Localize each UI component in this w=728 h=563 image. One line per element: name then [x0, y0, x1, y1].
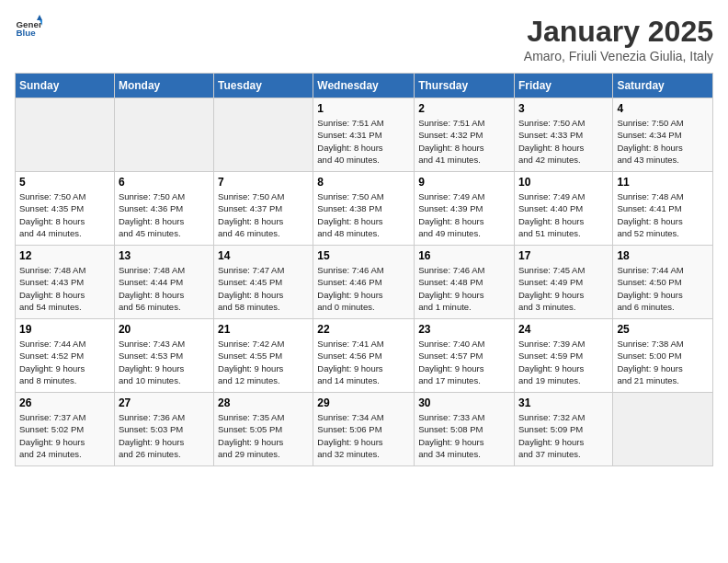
day-info-w3-d4: Sunrise: 7:40 AM Sunset: 4:57 PM Dayligh… — [418, 338, 510, 386]
cell-w2-d0: 12Sunrise: 7:48 AM Sunset: 4:43 PM Dayli… — [16, 246, 115, 319]
day-info-w4-d5: Sunrise: 7:32 AM Sunset: 5:09 PM Dayligh… — [518, 411, 609, 460]
day-info-w3-d1: Sunrise: 7:43 AM Sunset: 4:53 PM Dayligh… — [119, 338, 210, 386]
day-info-w4-d2: Sunrise: 7:35 AM Sunset: 5:05 PM Dayligh… — [218, 411, 309, 460]
day-number-w3-d3: 22 — [317, 323, 410, 336]
day-number-w1-d6: 11 — [617, 176, 709, 189]
day-number-w3-d2: 21 — [218, 323, 309, 336]
logo: General Blue — [15, 15, 42, 42]
day-number-w0-d6: 4 — [617, 102, 709, 115]
calendar-table: Sunday Monday Tuesday Wednesday Thursday… — [15, 73, 713, 466]
cell-w1-d3: 8Sunrise: 7:50 AM Sunset: 4:38 PM Daylig… — [313, 172, 415, 246]
cell-w2-d1: 13Sunrise: 7:48 AM Sunset: 4:44 PM Dayli… — [114, 246, 213, 319]
cell-w3-d3: 22Sunrise: 7:41 AM Sunset: 4:56 PM Dayli… — [313, 319, 415, 393]
day-number-w1-d0: 5 — [19, 176, 110, 189]
day-number-w4-d3: 29 — [317, 396, 410, 409]
day-number-w3-d6: 25 — [617, 323, 709, 336]
cell-w1-d0: 5Sunrise: 7:50 AM Sunset: 4:35 PM Daylig… — [16, 172, 115, 246]
calendar-subtitle: Amaro, Friuli Venezia Giulia, Italy — [524, 49, 713, 63]
day-number-w3-d5: 24 — [518, 323, 609, 336]
day-info-w1-d1: Sunrise: 7:50 AM Sunset: 4:36 PM Dayligh… — [119, 190, 210, 239]
day-info-w4-d1: Sunrise: 7:36 AM Sunset: 5:03 PM Dayligh… — [119, 411, 210, 460]
day-number-w4-d4: 30 — [418, 396, 510, 409]
cell-w0-d0 — [16, 98, 115, 172]
day-info-w4-d3: Sunrise: 7:34 AM Sunset: 5:06 PM Dayligh… — [317, 411, 410, 460]
day-info-w2-d6: Sunrise: 7:44 AM Sunset: 4:50 PM Dayligh… — [617, 264, 709, 313]
day-info-w2-d5: Sunrise: 7:45 AM Sunset: 4:49 PM Dayligh… — [518, 264, 609, 313]
header-wednesday: Wednesday — [313, 74, 415, 98]
cell-w2-d4: 16Sunrise: 7:46 AM Sunset: 4:48 PM Dayli… — [415, 246, 515, 319]
calendar-header: Sunday Monday Tuesday Wednesday Thursday… — [16, 74, 713, 98]
day-number-w4-d5: 31 — [518, 396, 609, 409]
day-info-w0-d3: Sunrise: 7:51 AM Sunset: 4:31 PM Dayligh… — [317, 117, 410, 166]
day-number-w3-d1: 20 — [119, 323, 210, 336]
week-row-1: 5Sunrise: 7:50 AM Sunset: 4:35 PM Daylig… — [16, 172, 713, 246]
day-number-w2-d4: 16 — [418, 249, 510, 262]
cell-w0-d3: 1Sunrise: 7:51 AM Sunset: 4:31 PM Daylig… — [313, 98, 415, 172]
week-row-4: 26Sunrise: 7:37 AM Sunset: 5:02 PM Dayli… — [16, 393, 713, 466]
cell-w0-d6: 4Sunrise: 7:50 AM Sunset: 4:34 PM Daylig… — [613, 98, 713, 172]
cell-w3-d5: 24Sunrise: 7:39 AM Sunset: 4:59 PM Dayli… — [514, 319, 612, 393]
day-info-w0-d5: Sunrise: 7:50 AM Sunset: 4:33 PM Dayligh… — [518, 117, 609, 166]
day-info-w1-d5: Sunrise: 7:49 AM Sunset: 4:40 PM Dayligh… — [518, 190, 609, 239]
header: General Blue January 2025 Amaro, Friuli … — [15, 15, 713, 63]
day-number-w2-d6: 18 — [617, 249, 709, 262]
calendar-title: January 2025 — [524, 15, 713, 49]
day-number-w2-d5: 17 — [518, 249, 609, 262]
cell-w3-d6: 25Sunrise: 7:38 AM Sunset: 5:00 PM Dayli… — [613, 319, 713, 393]
cell-w3-d4: 23Sunrise: 7:40 AM Sunset: 4:57 PM Dayli… — [415, 319, 515, 393]
cell-w4-d0: 26Sunrise: 7:37 AM Sunset: 5:02 PM Dayli… — [16, 393, 115, 466]
cell-w2-d3: 15Sunrise: 7:46 AM Sunset: 4:46 PM Dayli… — [313, 246, 415, 319]
day-number-w3-d4: 23 — [418, 323, 510, 336]
day-number-w2-d3: 15 — [317, 249, 410, 262]
day-number-w4-d2: 28 — [218, 396, 309, 409]
cell-w1-d4: 9Sunrise: 7:49 AM Sunset: 4:39 PM Daylig… — [415, 172, 515, 246]
cell-w1-d2: 7Sunrise: 7:50 AM Sunset: 4:37 PM Daylig… — [214, 172, 313, 246]
header-saturday: Saturday — [613, 74, 713, 98]
cell-w3-d1: 20Sunrise: 7:43 AM Sunset: 4:53 PM Dayli… — [114, 319, 213, 393]
day-number-w4-d1: 27 — [119, 396, 210, 409]
day-number-w3-d0: 19 — [19, 323, 110, 336]
cell-w0-d4: 2Sunrise: 7:51 AM Sunset: 4:32 PM Daylig… — [415, 98, 515, 172]
day-number-w2-d2: 14 — [218, 249, 309, 262]
cell-w0-d2 — [214, 98, 313, 172]
svg-text:Blue: Blue — [17, 28, 37, 38]
cell-w4-d2: 28Sunrise: 7:35 AM Sunset: 5:05 PM Dayli… — [214, 393, 313, 466]
day-info-w1-d0: Sunrise: 7:50 AM Sunset: 4:35 PM Dayligh… — [19, 190, 110, 239]
day-info-w1-d2: Sunrise: 7:50 AM Sunset: 4:37 PM Dayligh… — [218, 190, 309, 239]
header-thursday: Thursday — [415, 74, 515, 98]
svg-marker-2 — [37, 15, 42, 20]
cell-w4-d6 — [613, 393, 713, 466]
week-row-3: 19Sunrise: 7:44 AM Sunset: 4:52 PM Dayli… — [16, 319, 713, 393]
day-number-w0-d5: 3 — [518, 102, 609, 115]
day-number-w1-d5: 10 — [518, 176, 609, 189]
day-info-w3-d6: Sunrise: 7:38 AM Sunset: 5:00 PM Dayligh… — [617, 338, 709, 386]
day-info-w3-d0: Sunrise: 7:44 AM Sunset: 4:52 PM Dayligh… — [19, 338, 110, 386]
day-info-w3-d5: Sunrise: 7:39 AM Sunset: 4:59 PM Dayligh… — [518, 338, 609, 386]
cell-w3-d0: 19Sunrise: 7:44 AM Sunset: 4:52 PM Dayli… — [16, 319, 115, 393]
logo-icon: General Blue — [15, 15, 42, 42]
day-info-w4-d0: Sunrise: 7:37 AM Sunset: 5:02 PM Dayligh… — [19, 411, 110, 460]
week-row-0: 1Sunrise: 7:51 AM Sunset: 4:31 PM Daylig… — [16, 98, 713, 172]
day-number-w1-d4: 9 — [418, 176, 510, 189]
header-monday: Monday — [114, 74, 213, 98]
cell-w4-d4: 30Sunrise: 7:33 AM Sunset: 5:08 PM Dayli… — [415, 393, 515, 466]
cell-w4-d5: 31Sunrise: 7:32 AM Sunset: 5:09 PM Dayli… — [514, 393, 612, 466]
header-tuesday: Tuesday — [214, 74, 313, 98]
week-row-2: 12Sunrise: 7:48 AM Sunset: 4:43 PM Dayli… — [16, 246, 713, 319]
day-info-w0-d4: Sunrise: 7:51 AM Sunset: 4:32 PM Dayligh… — [418, 117, 510, 166]
day-number-w1-d1: 6 — [119, 176, 210, 189]
day-number-w1-d3: 8 — [317, 176, 410, 189]
day-number-w2-d1: 13 — [119, 249, 210, 262]
cell-w4-d3: 29Sunrise: 7:34 AM Sunset: 5:06 PM Dayli… — [313, 393, 415, 466]
day-info-w0-d6: Sunrise: 7:50 AM Sunset: 4:34 PM Dayligh… — [617, 117, 709, 166]
day-info-w1-d6: Sunrise: 7:48 AM Sunset: 4:41 PM Dayligh… — [617, 190, 709, 239]
cell-w2-d5: 17Sunrise: 7:45 AM Sunset: 4:49 PM Dayli… — [514, 246, 612, 319]
header-sunday: Sunday — [16, 74, 115, 98]
cell-w1-d5: 10Sunrise: 7:49 AM Sunset: 4:40 PM Dayli… — [514, 172, 612, 246]
day-info-w2-d3: Sunrise: 7:46 AM Sunset: 4:46 PM Dayligh… — [317, 264, 410, 313]
day-number-w0-d4: 2 — [418, 102, 510, 115]
day-info-w2-d4: Sunrise: 7:46 AM Sunset: 4:48 PM Dayligh… — [418, 264, 510, 313]
cell-w0-d5: 3Sunrise: 7:50 AM Sunset: 4:33 PM Daylig… — [514, 98, 612, 172]
day-number-w1-d2: 7 — [218, 176, 309, 189]
header-row: Sunday Monday Tuesday Wednesday Thursday… — [16, 74, 713, 98]
